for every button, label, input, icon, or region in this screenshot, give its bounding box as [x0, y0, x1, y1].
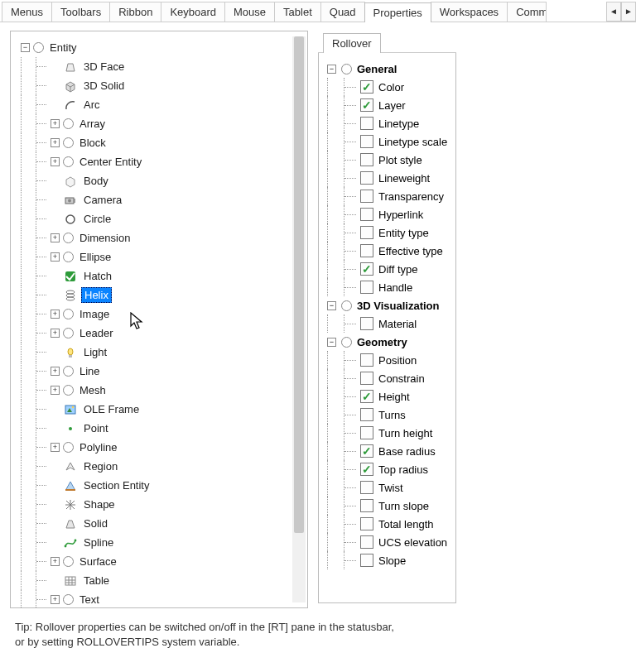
left-scroll-thumb[interactable]: [294, 36, 304, 533]
tree-item-hatch[interactable]: Hatch: [21, 266, 291, 286]
checkbox[interactable]: [360, 190, 373, 203]
prop-entity type[interactable]: Entity type: [327, 223, 447, 242]
checkbox[interactable]: [360, 372, 373, 385]
prop-total length[interactable]: Total length: [327, 515, 447, 533]
checkbox[interactable]: [360, 135, 373, 148]
checkbox[interactable]: [360, 153, 373, 166]
tree-item-polyline[interactable]: + Polyline: [21, 438, 291, 457]
tab-commands[interactable]: Comm: [507, 2, 547, 22]
expand-toggle[interactable]: +: [51, 367, 60, 376]
expand-toggle[interactable]: +: [51, 119, 60, 128]
tab-workspaces[interactable]: Workspaces: [431, 2, 508, 22]
tree-item-spline[interactable]: Spline: [21, 533, 291, 552]
expand-toggle[interactable]: +: [51, 233, 60, 242]
expand-toggle[interactable]: +: [51, 595, 60, 604]
tree-item-ellipse[interactable]: + Ellipse: [21, 247, 291, 266]
prop-material[interactable]: Material: [327, 314, 447, 333]
checkbox[interactable]: [360, 535, 373, 549]
tree-item-helix[interactable]: Helix: [21, 286, 291, 305]
checkbox[interactable]: [360, 353, 373, 367]
checkbox[interactable]: [360, 481, 373, 494]
checkbox[interactable]: [360, 317, 373, 330]
expand-toggle[interactable]: −: [327, 65, 336, 74]
prop-handle[interactable]: Handle: [327, 278, 447, 296]
prop-constrain[interactable]: Constrain: [327, 369, 447, 387]
tab-toolbars[interactable]: Toolbars: [51, 2, 110, 22]
checkbox[interactable]: [360, 463, 373, 476]
prop-slope[interactable]: Slope: [327, 551, 447, 569]
group-general[interactable]: − General: [327, 60, 447, 78]
tree-item-block[interactable]: + Block: [21, 133, 291, 152]
expand-toggle[interactable]: −: [21, 43, 30, 52]
prop-plot style[interactable]: Plot style: [327, 151, 447, 169]
checkbox[interactable]: [360, 390, 373, 403]
left-scrollbar[interactable]: [292, 36, 306, 602]
tree-item-center entity[interactable]: + Center Entity: [21, 152, 291, 171]
tab-quad[interactable]: Quad: [320, 2, 365, 22]
tree-item-3d face[interactable]: 3D Face: [21, 57, 291, 76]
tree-item-point[interactable]: Point: [21, 419, 291, 438]
tab-scroll-left[interactable]: ◄: [606, 2, 621, 22]
tree-item-leader[interactable]: + Leader: [21, 324, 291, 343]
prop-lineweight[interactable]: Lineweight: [327, 169, 447, 187]
prop-diff type[interactable]: Diff type: [327, 260, 447, 278]
checkbox[interactable]: [360, 262, 373, 276]
expand-toggle[interactable]: +: [51, 557, 60, 566]
prop-layer[interactable]: Layer: [327, 96, 447, 114]
tree-item-body[interactable]: Body: [21, 171, 291, 190]
prop-top radius[interactable]: Top radius: [327, 460, 447, 478]
tree-item-arc[interactable]: Arc: [21, 95, 291, 114]
prop-hyperlink[interactable]: Hyperlink: [327, 205, 447, 223]
group-geometry[interactable]: − Geometry: [327, 333, 447, 351]
checkbox[interactable]: [360, 554, 373, 567]
checkbox[interactable]: [360, 171, 373, 185]
prop-linetype scale[interactable]: Linetype scale: [327, 132, 447, 151]
checkbox[interactable]: [360, 444, 373, 458]
tab-menus[interactable]: Menus: [2, 2, 52, 22]
expand-toggle[interactable]: +: [51, 138, 60, 147]
prop-height[interactable]: Height: [327, 387, 447, 406]
checkbox[interactable]: [360, 281, 373, 294]
subtab-rollover[interactable]: Rollover: [323, 33, 381, 53]
tree-item-surface[interactable]: + Surface: [21, 552, 291, 571]
tree-item-text[interactable]: + Text: [21, 590, 291, 608]
tree-item-light[interactable]: Light: [21, 343, 291, 362]
tree-item-section entity[interactable]: Section Entity: [21, 476, 291, 495]
prop-turn height[interactable]: Turn height: [327, 424, 447, 442]
tree-item-line[interactable]: + Line: [21, 362, 291, 381]
tree-item-circle[interactable]: Circle: [21, 209, 291, 228]
checkbox[interactable]: [360, 499, 373, 512]
tree-item-array[interactable]: + Array: [21, 114, 291, 133]
prop-position[interactable]: Position: [327, 351, 447, 369]
checkbox[interactable]: [360, 408, 373, 421]
prop-color[interactable]: Color: [327, 78, 447, 96]
expand-toggle[interactable]: +: [51, 386, 60, 395]
expand-toggle[interactable]: +: [51, 157, 60, 166]
prop-linetype[interactable]: Linetype: [327, 114, 447, 132]
tree-item-mesh[interactable]: + Mesh: [21, 381, 291, 400]
expand-toggle[interactable]: +: [51, 252, 60, 262]
prop-turn slope[interactable]: Turn slope: [327, 497, 447, 515]
prop-twist[interactable]: Twist: [327, 478, 447, 497]
tree-item-dimension[interactable]: + Dimension: [21, 228, 291, 247]
expand-toggle[interactable]: +: [51, 310, 60, 319]
tree-item-ole frame[interactable]: OLE Frame: [21, 400, 291, 419]
checkbox[interactable]: [360, 98, 373, 112]
tree-item-image[interactable]: + Image: [21, 305, 291, 324]
checkbox[interactable]: [360, 517, 373, 530]
tab-mouse[interactable]: Mouse: [224, 2, 275, 22]
expand-toggle[interactable]: −: [327, 338, 336, 347]
prop-ucs elevation[interactable]: UCS elevation: [327, 533, 447, 551]
prop-turns[interactable]: Turns: [327, 406, 447, 424]
tree-item-shape[interactable]: Shape: [21, 495, 291, 514]
checkbox[interactable]: [360, 244, 373, 257]
tree-item-3d solid[interactable]: 3D Solid: [21, 76, 291, 95]
tab-properties[interactable]: Properties: [364, 2, 431, 22]
checkbox[interactable]: [360, 80, 373, 94]
expand-toggle[interactable]: −: [327, 301, 336, 310]
group-3d visualization[interactable]: − 3D Visualization: [327, 296, 447, 314]
tree-item-camera[interactable]: Camera: [21, 190, 291, 209]
prop-base radius[interactable]: Base radius: [327, 442, 447, 460]
tab-keyboard[interactable]: Keyboard: [161, 2, 225, 22]
tab-scroll-right[interactable]: ►: [621, 2, 636, 22]
